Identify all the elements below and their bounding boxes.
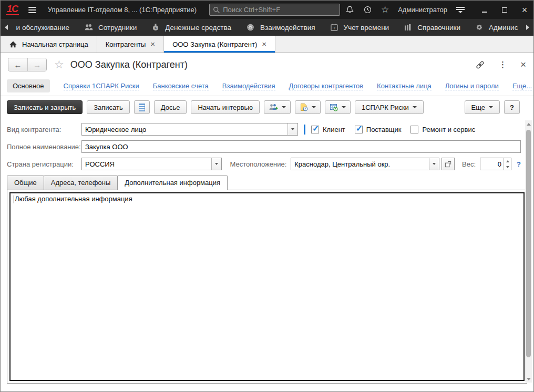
search-input[interactable] (223, 6, 336, 14)
kind-dropdown-icon[interactable] (287, 123, 297, 135)
help-button[interactable]: ? (504, 100, 520, 114)
tab-home[interactable]: Начальная страница (1, 36, 97, 53)
form-header-actions: ⋮ × (475, 59, 526, 70)
kind-input[interactable] (82, 123, 287, 135)
section-catalogs[interactable]: Справочники (396, 19, 468, 36)
additional-info-textarea[interactable]: Любая дополнительная информация (9, 192, 525, 381)
main-menu-icon[interactable] (28, 7, 36, 13)
location-input[interactable] (291, 158, 428, 170)
section-money[interactable]: s Денежные средства (144, 19, 239, 36)
chevron-down-icon (489, 106, 493, 108)
save-button[interactable]: Записать (87, 100, 130, 114)
weight-input[interactable] (480, 158, 504, 170)
dossier-button[interactable]: Досье (154, 100, 187, 114)
navlink-spark-certificates[interactable]: Справки 1СПАРК Риски (64, 82, 139, 90)
window-controls: × (481, 6, 528, 14)
get-link-icon[interactable] (475, 60, 485, 69)
favorite-star-icon[interactable]: ☆ (54, 58, 64, 71)
section-administration[interactable]: Админис (468, 19, 525, 36)
window-close-icon[interactable]: × (521, 6, 528, 14)
weight-help-link[interactable]: ? (517, 160, 521, 168)
navlink-logins-passwords[interactable]: Логины и пароли (445, 82, 499, 90)
chevron-down-icon (413, 106, 417, 108)
supplier-checkbox[interactable]: ✓ (355, 126, 363, 133)
scrollbar-thumb[interactable] (526, 130, 531, 357)
checkbox-client[interactable]: ✓ Клиент (311, 126, 345, 133)
navlink-bank-accounts[interactable]: Банковские счета (153, 82, 209, 90)
kind-combobox (81, 123, 298, 136)
more-actions-icon[interactable]: ⋮ (499, 60, 507, 69)
row-fullname: Полное наименование: (1, 140, 533, 153)
favorites-star-icon[interactable]: ☆ (381, 5, 389, 14)
section-employees[interactable]: Сотрудники (77, 19, 144, 36)
sections-scroll-right-icon[interactable] (525, 25, 530, 30)
tab-close-icon[interactable]: × (150, 41, 155, 47)
navlink-more[interactable]: Еще... (512, 82, 534, 90)
navlink-interactions[interactable]: Взаимодействия (222, 82, 275, 90)
more-button[interactable]: Еще (465, 100, 500, 114)
section-label: Учет времени (344, 24, 389, 32)
svg-text:s: s (155, 25, 157, 30)
open-windows-bar: Начальная страница Контрагенты × ООО Зак… (1, 36, 533, 53)
section-label: Взаимодействия (260, 24, 315, 32)
spin-up-icon[interactable] (504, 158, 511, 164)
checkbox-repair-service[interactable]: ✓ Ремонт и сервис (410, 126, 475, 133)
country-dropdown-icon[interactable] (211, 158, 221, 170)
checkbox-supplier[interactable]: ✓ Поставщик (355, 126, 402, 133)
check-icon: ✓ (312, 123, 319, 133)
navlink-contact-persons[interactable]: Контактные лица (377, 82, 432, 90)
tab-addresses-phones[interactable]: Адреса, телефоны (44, 176, 118, 190)
tab-label: Контрагенты (106, 40, 146, 48)
vertical-scrollbar[interactable] (525, 120, 532, 383)
open-location-button[interactable] (441, 158, 455, 170)
fullname-input[interactable] (81, 140, 521, 153)
sections-scroll-left-icon[interactable] (4, 25, 9, 30)
current-user[interactable]: Администратор (398, 6, 447, 14)
form-close-icon[interactable]: × (520, 59, 526, 70)
document-history-dropdown-button[interactable] (295, 100, 321, 114)
service-menu-icon[interactable] (456, 7, 465, 13)
section-time-tracking[interactable]: 7 Учет времени (323, 19, 397, 36)
mail-icon (246, 23, 255, 32)
back-button[interactable]: ← (8, 58, 27, 71)
location-dropdown-icon[interactable] (429, 158, 439, 170)
country-combobox (81, 158, 222, 170)
additional-info-text: Любая дополнительная информация (15, 195, 132, 203)
location-combobox (291, 158, 439, 170)
tab-additional-info[interactable]: Дополнительная информация (117, 176, 228, 190)
add-contact-dropdown-button[interactable] (264, 100, 291, 114)
table-clock-icon (330, 103, 338, 111)
tab-kontragenty[interactable]: Контрагенты × (97, 36, 164, 53)
scroll-up-icon[interactable] (525, 120, 532, 128)
form-header: ← → ☆ ООО Закупка (Контрагент) ⋮ × (1, 53, 533, 76)
country-input[interactable] (82, 158, 211, 170)
1c-logo-icon: 1С (6, 5, 19, 15)
tab-close-icon[interactable]: × (262, 41, 266, 47)
country-label: Страна регистрации: (7, 160, 81, 168)
notifications-bell-icon[interactable] (345, 5, 354, 14)
minimize-icon[interactable] (481, 6, 488, 14)
scroll-down-icon[interactable] (525, 375, 532, 383)
chevron-down-icon (342, 106, 346, 108)
table-schedule-dropdown-button[interactable] (325, 100, 351, 114)
history-icon[interactable] (363, 5, 372, 14)
forward-button[interactable]: → (27, 58, 46, 71)
people-icon (84, 23, 93, 32)
navlink-contracts[interactable]: Договоры контрагентов (289, 82, 364, 90)
spark-risks-dropdown-button[interactable]: 1СПАРК Риски (355, 100, 424, 114)
form-splitter[interactable] (304, 125, 305, 135)
spin-down-icon[interactable] (504, 164, 511, 170)
repair-service-checkbox[interactable]: ✓ (410, 126, 418, 133)
tab-ooo-zakupka[interactable]: ООО Закупка (Контрагент) × (164, 36, 275, 53)
global-search[interactable] (209, 4, 340, 16)
navlink-main[interactable]: Основное (7, 79, 50, 92)
tab-general[interactable]: Общие (7, 176, 44, 190)
section-service[interactable]: и обслуживание (9, 19, 77, 36)
section-interactions[interactable]: Взаимодействия (239, 19, 323, 36)
client-checkbox[interactable]: ✓ (311, 126, 319, 133)
start-interview-button[interactable]: Начать интервью (191, 100, 260, 114)
maximize-icon[interactable] (501, 6, 508, 14)
list-button[interactable] (134, 100, 150, 114)
section-label: Админис (489, 24, 518, 32)
save-and-close-button[interactable]: Записать и закрыть (7, 100, 83, 114)
